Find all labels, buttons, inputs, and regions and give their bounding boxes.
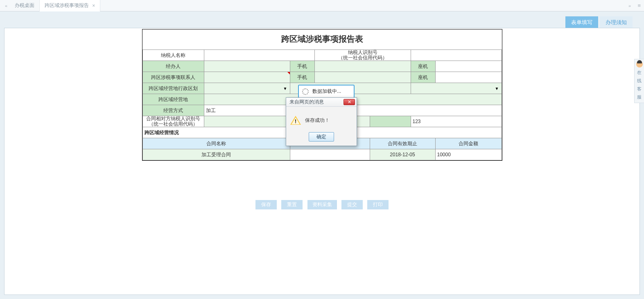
tab-desktop[interactable]: 办税桌面 bbox=[10, 0, 40, 11]
service-avatar-icon bbox=[636, 61, 643, 67]
right-action-tabs: 表单填写 办理须知 bbox=[565, 16, 633, 29]
label-cross-place: 跨区域经营地 bbox=[142, 94, 204, 105]
label-contact-landline: 座机 bbox=[411, 72, 435, 83]
tabs-next-icon[interactable]: » bbox=[626, 3, 633, 8]
label-counterparty-id: 合同相对方纳税人识别号 （统一社会信用代码） bbox=[142, 116, 204, 127]
label-handler: 经办人 bbox=[142, 61, 204, 72]
top-tab-bar: « 办税桌面 跨区域涉税事项报告 × » ≡ bbox=[0, 0, 644, 11]
label-biz-mode: 经营方式 bbox=[142, 105, 204, 116]
cell-valid-to[interactable]: 2018-12-05 bbox=[370, 149, 435, 160]
loading-popup: 数据加载中... bbox=[298, 85, 355, 98]
tab-cross-region-report[interactable]: 跨区域涉税事项报告 × bbox=[40, 0, 100, 11]
alert-close-button[interactable]: ✕ bbox=[343, 99, 355, 105]
tab-form-fill[interactable]: 表单填写 bbox=[565, 16, 598, 29]
label-cross-contact: 跨区涉税事项联系人 bbox=[142, 72, 204, 83]
cell-contract-name[interactable]: 加工受理合同 bbox=[142, 149, 290, 160]
form-title: 跨区域涉税事项报告表 bbox=[142, 29, 502, 49]
input-contact-landline[interactable] bbox=[435, 72, 502, 83]
main-panel: 跨区域涉税事项报告表 纳税人名称 纳税人识别号 （统一社会信用代码） 经办人 手… bbox=[4, 28, 640, 295]
dropdown-icon: ▼ bbox=[495, 86, 499, 91]
alert-titlebar: 来自网页的消息 ✕ bbox=[286, 98, 357, 107]
input-taxpayer-id[interactable] bbox=[411, 50, 502, 61]
input-code-123[interactable]: 123 bbox=[411, 116, 502, 127]
reset-button[interactable]: 重置 bbox=[281, 200, 303, 209]
label-cross-admin: 跨区域经营地行政区划 bbox=[142, 83, 204, 94]
label-hidden-mid bbox=[370, 116, 411, 127]
alert-title-text: 来自网页的消息 bbox=[289, 99, 343, 106]
loading-text: 数据加载中... bbox=[312, 88, 341, 94]
save-button[interactable]: 保存 bbox=[255, 200, 277, 209]
tab-handling-notice[interactable]: 办理须知 bbox=[600, 16, 633, 29]
tab-close-icon[interactable]: × bbox=[92, 3, 95, 9]
alert-footer: 确定 bbox=[286, 130, 357, 146]
online-service-button[interactable]: 在线客服 bbox=[634, 59, 644, 103]
print-button[interactable]: 打印 bbox=[367, 200, 389, 209]
input-contact-mobile[interactable] bbox=[314, 72, 411, 83]
cell-amount[interactable]: 10000 bbox=[435, 149, 502, 160]
input-handler-mobile[interactable] bbox=[314, 61, 411, 72]
submit-button[interactable]: 提交 bbox=[341, 200, 363, 209]
label-taxpayer-id: 纳税人识别号 （统一社会信用代码） bbox=[314, 50, 411, 61]
dropdown-icon: ▼ bbox=[283, 86, 287, 91]
label-handler-mobile: 手机 bbox=[290, 61, 314, 72]
spinner-icon bbox=[302, 88, 309, 95]
select-cross-admin-1[interactable]: ▼ bbox=[204, 83, 290, 94]
label-taxpayer-name: 纳税人名称 bbox=[142, 50, 204, 61]
input-cross-contact[interactable] bbox=[204, 72, 290, 83]
alert-body: ! 保存成功！ bbox=[286, 107, 357, 130]
action-button-row: 保存 重置 资料采集 提交 打印 bbox=[5, 200, 639, 209]
label-handler-landline: 座机 bbox=[411, 61, 435, 72]
alert-dialog: 来自网页的消息 ✕ ! 保存成功！ 确定 bbox=[286, 97, 357, 146]
col-contract-name: 合同名称 bbox=[142, 138, 290, 149]
col-amount: 合同金额 bbox=[435, 138, 502, 149]
input-handler-landline[interactable] bbox=[435, 61, 502, 72]
input-taxpayer-name[interactable] bbox=[204, 50, 314, 61]
alert-ok-button[interactable]: 确定 bbox=[309, 132, 334, 142]
warning-icon: ! bbox=[290, 116, 301, 125]
cell-contract-mid[interactable] bbox=[290, 149, 370, 160]
collect-button[interactable]: 资料采集 bbox=[307, 200, 337, 209]
tab-label: 办税桌面 bbox=[15, 2, 34, 9]
tabs-menu-icon[interactable]: ≡ bbox=[636, 2, 642, 9]
service-label: 在线客服 bbox=[635, 68, 643, 101]
col-valid-to: 合同有效期止 bbox=[370, 138, 435, 149]
tab-label: 跨区域涉税事项报告 bbox=[45, 2, 89, 9]
select-cross-admin-3[interactable]: ▼ bbox=[411, 83, 502, 94]
tabs-prev-icon[interactable]: « bbox=[2, 3, 10, 8]
alert-message: 保存成功！ bbox=[305, 117, 330, 124]
input-handler[interactable] bbox=[204, 61, 290, 72]
label-contact-mobile: 手机 bbox=[290, 72, 314, 83]
